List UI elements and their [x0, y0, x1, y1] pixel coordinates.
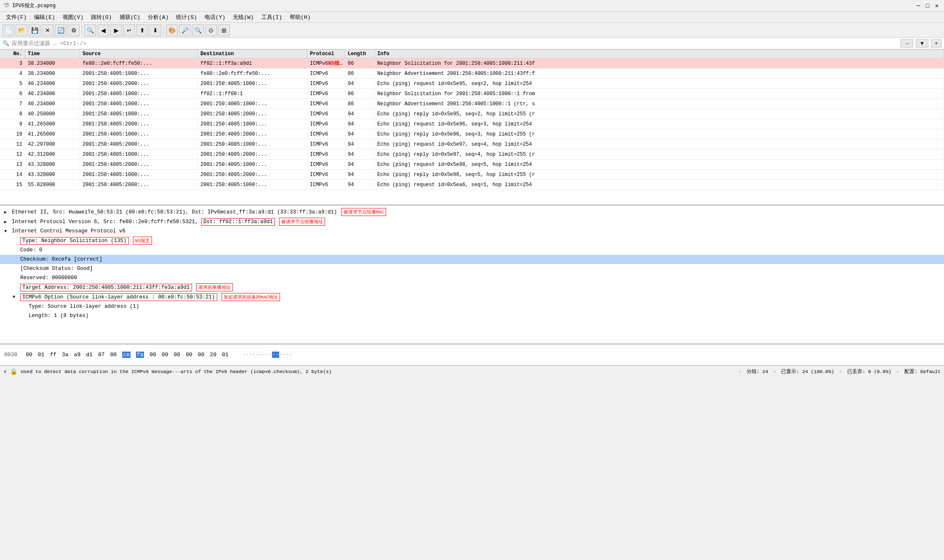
ascii-before: ···:·····: [243, 352, 272, 358]
table-row[interactable]: 740.2340002001:250:4005:1000:...2001:250…: [0, 99, 944, 109]
status-segments: 分组: 24: [747, 368, 768, 375]
cell-length: 86: [345, 70, 375, 77]
cell-protocol: ICMPv6: [307, 181, 345, 189]
detail-row-checksum_status[interactable]: [Checksum Status: Good]: [0, 264, 944, 273]
detail-row-target_addr[interactable]: Target Address: 2001:250:4005:1000:211:4…: [0, 283, 944, 292]
hex-byte-selected: ce: [122, 352, 131, 358]
menu-item-F[interactable]: 文件(F): [3, 13, 30, 22]
cell-no: 11: [0, 141, 25, 148]
toolbar-close[interactable]: ✕: [42, 24, 53, 36]
expand-icon-ipv6[interactable]: ▶: [4, 219, 10, 224]
hex-byte: 01: [222, 352, 229, 358]
detail-row-ethernet[interactable]: ▶Ethernet II, Src: HuaweiTe_50:53:21 (00…: [0, 207, 944, 217]
toolbar-colorize[interactable]: 🎨: [166, 24, 178, 36]
toolbar-zoom-out[interactable]: 🔍: [192, 24, 204, 36]
toolbar-find[interactable]: 🔍: [84, 24, 96, 36]
toolbar-goto[interactable]: ↵: [123, 24, 135, 36]
hex-byte: 00: [149, 352, 156, 358]
maximize-button[interactable]: □: [924, 2, 931, 10]
expand-icon-icmpv6_option[interactable]: ▼: [13, 295, 19, 299]
cell-time: 55.828000: [25, 181, 80, 189]
toolbar-zoom-in[interactable]: 🔎: [179, 24, 191, 36]
status-icon-2: 🔒: [10, 368, 17, 375]
filter-bar: 🔍 → ▼ +: [0, 38, 944, 50]
toolbar-resize-columns[interactable]: ⊞: [218, 24, 230, 36]
cell-no: 5: [0, 80, 25, 88]
table-row[interactable]: 1142.2970002001:250:4005:2000:...2001:25…: [0, 139, 944, 149]
table-row[interactable]: 840.2500002001:250:4005:1000:...2001:250…: [0, 109, 944, 119]
cell-no: 13: [0, 161, 25, 168]
expand-icon-icmpv6[interactable]: ▼: [4, 229, 10, 234]
menu-item-S[interactable]: 统计(S): [173, 13, 200, 22]
toolbar-scrollbottom[interactable]: ⬇: [149, 24, 161, 36]
detail-row-code[interactable]: Code: 0: [0, 245, 944, 255]
table-row[interactable]: 640.2340002001:250:4005:1000:...ff02::1:…: [0, 89, 944, 99]
close-button[interactable]: ✕: [933, 2, 941, 10]
table-row[interactable]: 1443.3280002001:250:4005:1000:...2001:25…: [0, 170, 944, 180]
menu-item-G[interactable]: 跳转(G): [88, 13, 115, 22]
detail-row-reserved[interactable]: Reserved: 00000000: [0, 273, 944, 283]
menu-item-C[interactable]: 捕获(C): [116, 13, 144, 22]
cell-time: 38.234000: [25, 60, 80, 67]
cell-source: fe80::2e0:fcff:fe50:...: [80, 60, 198, 67]
filter-arrow-btn[interactable]: →: [901, 39, 913, 48]
table-row[interactable]: 438.2340002001:250:4005:1000:...fe80::2e…: [0, 69, 944, 79]
cell-time: 38.234000: [25, 70, 80, 77]
toolbar-zoom-reset[interactable]: ⊙: [205, 24, 217, 36]
detail-text-ipv6: Internet Protocol Version 6, Src: fe80::…: [12, 219, 275, 225]
hex-byte: 00: [198, 352, 205, 358]
title-bar-controls[interactable]: ─ □ ✕: [915, 2, 941, 10]
toolbar-reload[interactable]: 🔄: [55, 24, 67, 36]
detail-text-code: Code: 0: [20, 247, 43, 253]
menu-item-W[interactable]: 无线(W): [229, 13, 257, 22]
cell-protocol: ICMPv6: [307, 120, 345, 128]
table-row[interactable]: 1343.3280002001:250:4005:2000:...2001:25…: [0, 160, 944, 170]
status-sep-2: •: [773, 369, 776, 374]
cell-protocol: ICMPv6: [307, 100, 345, 108]
cell-destination: 2001:250:4005:1000:...: [198, 80, 307, 88]
detail-row-type[interactable]: Type: Neighbor Solicitation (135)NS报文: [0, 236, 944, 245]
cell-info: Neighbor Solicitation for 2001:250:4005:…: [375, 90, 944, 98]
toolbar-new[interactable]: 📄: [3, 24, 14, 36]
toolbar-scrolltop[interactable]: ⬆: [136, 24, 148, 36]
toolbar-back[interactable]: ◀: [97, 24, 109, 36]
cell-destination: ff02::1:ff3a:a9d1: [198, 60, 307, 67]
col-header-destination: Destination: [198, 50, 307, 58]
detail-row-option_length[interactable]: Length: 1 (8 bytes): [0, 311, 944, 320]
filter-bookmark-btn[interactable]: ▼: [916, 39, 928, 48]
table-row[interactable]: 941.2650002001:250:4005:2000:...2001:250…: [0, 119, 944, 129]
filter-add-btn[interactable]: +: [931, 39, 941, 48]
detail-row-option_type[interactable]: Type: Source link-layer address (1): [0, 302, 944, 311]
cell-source: 2001:250:4005:2000:...: [80, 181, 198, 189]
toolbar-save[interactable]: 💾: [29, 24, 40, 36]
cell-source: 2001:250:4005:1000:...: [80, 171, 198, 179]
detail-text-type: Type: Neighbor Solicitation (135): [20, 237, 129, 245]
table-row[interactable]: 338.234000fe80::2e0:fcff:fe50:...ff02::1…: [0, 59, 944, 69]
detail-text-option_length: Length: 1 (8 bytes): [29, 313, 89, 319]
toolbar-forward[interactable]: ▶: [110, 24, 122, 36]
menu-item-V[interactable]: 视图(V): [59, 13, 87, 22]
menu-item-H[interactable]: 帮助(H): [286, 13, 314, 22]
expand-icon-ethernet[interactable]: ▶: [4, 210, 10, 215]
detail-row-icmpv6_option[interactable]: ▼ICMPv6 Option (Source link-layer addres…: [0, 292, 944, 302]
cell-info: Echo (ping) request id=0x5e97, seq=4, ho…: [375, 141, 944, 148]
filter-input[interactable]: [12, 40, 898, 47]
cell-protocol: ICMPv6: [307, 151, 345, 158]
detail-row-ipv6[interactable]: ▶Internet Protocol Version 6, Src: fe80:…: [0, 217, 944, 227]
cell-no: 3: [0, 60, 25, 67]
detail-row-checksum[interactable]: Checksum: 0xcefa [correct]: [0, 255, 944, 264]
table-row[interactable]: 1555.8280002001:250:4005:2000:...2001:25…: [0, 180, 944, 190]
toolbar-capture-options[interactable]: ⚙: [68, 24, 80, 36]
cell-time: 40.234000: [25, 90, 80, 98]
menu-item-I[interactable]: 工具(I): [258, 13, 285, 22]
table-row[interactable]: 1041.2650002001:250:4005:1000:...2001:25…: [0, 129, 944, 139]
menu-item-Y[interactable]: 电话(Y): [201, 13, 229, 22]
table-row[interactable]: 540.2340002001:250:4005:2000:...2001:250…: [0, 79, 944, 89]
menu-item-A[interactable]: 分析(A): [144, 13, 172, 22]
toolbar-open[interactable]: 📂: [16, 24, 27, 36]
table-row[interactable]: 1242.3120002001:250:4005:1000:...2001:25…: [0, 149, 944, 160]
cell-length: 86: [345, 60, 375, 67]
minimize-button[interactable]: ─: [915, 2, 922, 10]
menu-item-E[interactable]: 编辑(E): [31, 13, 58, 22]
detail-row-icmpv6[interactable]: ▼Internet Control Message Protocol v6: [0, 227, 944, 236]
